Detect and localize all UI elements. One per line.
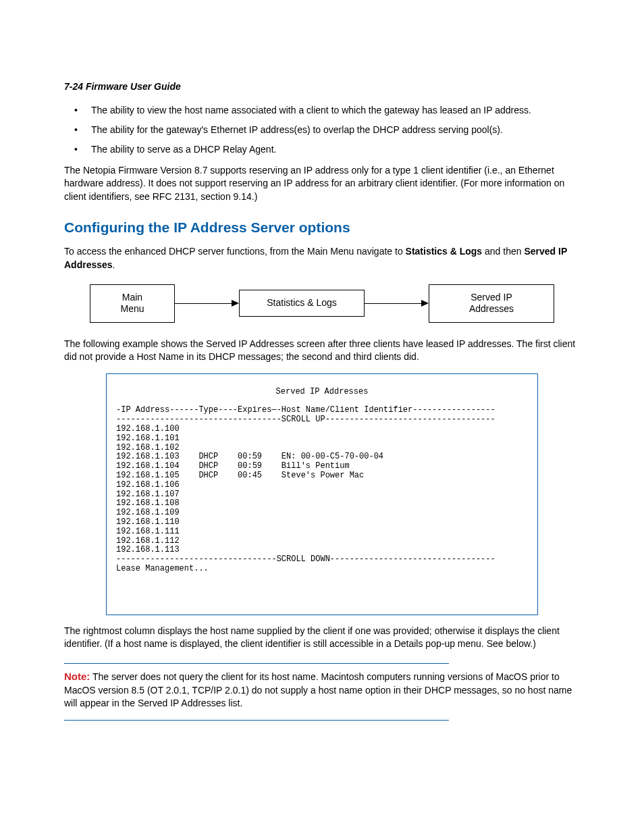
- terminal-row: 192.168.1.108: [116, 498, 180, 508]
- paragraph-example: The following example shows the Served I…: [64, 338, 580, 364]
- list-item: The ability to serve as a DHCP Relay Age…: [64, 143, 580, 156]
- nav-box-line: Menu: [105, 303, 159, 315]
- note-rule-bottom: [64, 720, 449, 721]
- section-heading: Configuring the IP Address Server option…: [64, 219, 580, 236]
- text: To access the enhanced DHCP server funct…: [64, 246, 406, 257]
- terminal-row: 192.168.1.113: [116, 545, 180, 554]
- nav-box-served-ip: Served IP Addresses: [429, 284, 554, 323]
- nav-diagram: Main Menu Statistics & Logs Served IP Ad…: [64, 284, 580, 323]
- paragraph-nav: To access the enhanced DHCP server funct…: [64, 245, 580, 271]
- text: and then: [482, 246, 524, 257]
- terminal-row: 192.168.1.106: [116, 480, 180, 490]
- terminal-screen: Served IP Addresses -IP Address------Typ…: [106, 373, 538, 615]
- terminal-footer: Lease Management...: [116, 564, 209, 573]
- terminal-title: Served IP Addresses: [116, 388, 528, 397]
- nav-box-stats-logs: Statistics & Logs: [239, 290, 365, 317]
- terminal-row: 192.168.1.112: [116, 536, 180, 546]
- note-body: The server does not query the client for…: [64, 671, 572, 708]
- text: .: [113, 259, 115, 270]
- nav-box-line: Served IP: [444, 292, 539, 304]
- terminal-row: 192.168.1.105 DHCP 00:45 Steve's Power M…: [116, 471, 364, 480]
- arrow-icon: [175, 303, 239, 304]
- page-header: 7-24 Firmware User Guide: [64, 81, 580, 92]
- terminal-row: 192.168.1.107: [116, 490, 180, 499]
- note-paragraph: Note: The server does not query the clie…: [64, 669, 580, 710]
- terminal-header-row: -IP Address------Type----Expires—-Host N…: [116, 405, 495, 415]
- feature-list: The ability to view the host name associ…: [64, 104, 580, 156]
- bold-text: Statistics & Logs: [406, 246, 483, 257]
- list-item: The ability to view the host name associ…: [64, 104, 580, 117]
- nav-box-line: Main: [105, 292, 159, 304]
- terminal-row: 192.168.1.109: [116, 508, 180, 517]
- terminal-row: 192.168.1.110: [116, 517, 180, 527]
- note-rule-top: [64, 663, 449, 664]
- paragraph-column: The rightmost column displays the host n…: [64, 625, 580, 651]
- terminal-row: 192.168.1.104 DHCP 00:59 Bill's Pentium: [116, 461, 350, 471]
- page: 7-24 Firmware User Guide The ability to …: [0, 0, 644, 834]
- nav-box-line: Addresses: [444, 303, 539, 315]
- nav-box-main-menu: Main Menu: [90, 284, 175, 323]
- terminal-scroll-down: ---------------------------------SCROLL …: [116, 554, 495, 564]
- terminal-row: 192.168.1.103 DHCP 00:59 EN: 00-00-C5-70…: [116, 452, 383, 461]
- terminal-row: 192.168.1.102: [116, 443, 180, 452]
- arrow-icon: [365, 303, 429, 304]
- terminal-row: 192.168.1.101: [116, 434, 180, 443]
- terminal-scroll-up: ----------------------------------SCROLL…: [116, 415, 495, 424]
- nav-box-line: Statistics & Logs: [254, 297, 349, 309]
- terminal-row: 192.168.1.111: [116, 527, 180, 536]
- paragraph-firmware: The Netopia Firmware Version 8.7 support…: [64, 164, 580, 204]
- note-label: Note:: [64, 671, 90, 682]
- terminal-row: 192.168.1.100: [116, 424, 180, 434]
- list-item: The ability for the gateway's Ethernet I…: [64, 124, 580, 136]
